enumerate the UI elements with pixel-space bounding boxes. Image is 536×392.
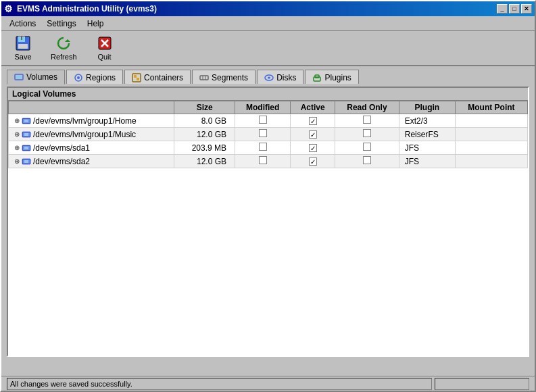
cell-size: 203.9 MB	[174, 141, 235, 155]
regions-tab-icon	[74, 73, 83, 82]
panel-title: Logical Volumes	[8, 88, 528, 101]
expand-icon[interactable]: ⊕	[14, 130, 20, 138]
volume-icon	[22, 130, 31, 139]
expand-icon[interactable]: ⊕	[14, 144, 20, 151]
cell-name: ⊕ /dev/evms/lvm/group1/Music	[9, 128, 174, 141]
tab-plugins-label: Plugins	[324, 73, 351, 82]
readonly-checkbox[interactable]	[363, 129, 371, 137]
modified-checkbox[interactable]	[259, 116, 267, 124]
cell-modified	[235, 141, 291, 155]
svg-rect-15	[200, 76, 208, 80]
svg-rect-9	[16, 76, 22, 78]
maximize-button[interactable]: □	[509, 4, 520, 14]
volumes-panel: Logical Volumes Size Modified Active Rea…	[7, 87, 529, 357]
volumes-tab-icon	[14, 72, 24, 82]
cell-plugin: ReiserFS	[399, 128, 455, 141]
save-icon	[15, 35, 31, 51]
disks-tab-icon	[264, 73, 274, 82]
readonly-checkbox[interactable]	[363, 143, 371, 151]
tab-disks-label: Disks	[276, 73, 296, 82]
col-mountpoint: Mount Point	[455, 101, 527, 114]
tab-containers-label: Containers	[144, 73, 183, 82]
volume-icon	[22, 116, 31, 126]
refresh-button[interactable]: Refresh	[45, 32, 83, 64]
tab-volumes[interactable]: Volumes	[7, 70, 65, 84]
readonly-checkbox[interactable]	[363, 156, 371, 164]
col-size: Size	[174, 101, 235, 114]
tab-regions[interactable]: Regions	[66, 70, 123, 84]
menu-help[interactable]: Help	[82, 18, 109, 30]
active-checkbox[interactable]	[309, 144, 317, 152]
cell-mountpoint	[455, 128, 527, 141]
cell-mountpoint	[455, 141, 527, 155]
modified-checkbox[interactable]	[259, 129, 267, 137]
row-name: /dev/evms/sda1	[33, 143, 90, 153]
tab-plugins[interactable]: Plugins	[305, 70, 358, 84]
cell-name: ⊕ /dev/evms/sda1	[9, 141, 174, 155]
tab-containers[interactable]: Containers	[124, 70, 191, 84]
cell-size: 12.0 GB	[174, 155, 235, 168]
cell-active	[291, 128, 335, 141]
save-button[interactable]: Save	[7, 32, 39, 64]
svg-rect-3	[21, 36, 22, 40]
table-row[interactable]: ⊕ /dev/evms/sda1 203.9 MBJFS	[9, 141, 528, 155]
expand-icon[interactable]: ⊕	[14, 117, 20, 124]
app-icon: ⚙	[4, 3, 13, 14]
tab-segments-label: Segments	[212, 73, 248, 82]
menu-settings[interactable]: Settings	[41, 18, 81, 30]
volume-icon	[22, 143, 31, 153]
cell-size: 8.0 GB	[174, 114, 235, 128]
active-checkbox[interactable]	[309, 117, 317, 125]
cell-name: ⊕ /dev/evms/sda2	[9, 155, 174, 168]
quit-label: Quit	[97, 53, 111, 61]
cell-readonly	[335, 155, 399, 168]
cell-mountpoint	[455, 114, 527, 128]
save-label: Save	[14, 53, 31, 61]
svg-rect-13	[134, 75, 137, 78]
menu-actions[interactable]: Actions	[4, 18, 41, 30]
tab-regions-label: Regions	[86, 73, 116, 82]
status-message: All changes were saved successfully.	[7, 378, 432, 390]
cell-readonly	[335, 114, 399, 128]
row-name: /dev/evms/lvm/group1/Home	[33, 116, 137, 126]
cell-active	[291, 155, 335, 168]
volumes-table: Size Modified Active Read Only Plugin Mo…	[8, 101, 528, 168]
svg-rect-14	[137, 78, 139, 80]
cell-active	[291, 141, 335, 155]
close-button[interactable]: ✕	[521, 4, 532, 14]
tab-volumes-label: Volumes	[26, 72, 57, 82]
cell-modified	[235, 128, 291, 141]
active-checkbox[interactable]	[309, 130, 317, 139]
table-row[interactable]: ⊕ /dev/evms/lvm/group1/Home 8.0 GBExt2/3	[9, 114, 528, 128]
title-bar: ⚙ EVMS Administration Utility (evms3) _ …	[1, 1, 535, 16]
row-name: /dev/evms/lvm/group1/Music	[33, 130, 136, 139]
readonly-checkbox[interactable]	[363, 116, 371, 124]
expand-icon[interactable]: ⊕	[14, 157, 20, 165]
svg-rect-23	[23, 119, 30, 123]
segments-tab-icon	[199, 73, 209, 82]
svg-point-11	[77, 76, 80, 79]
col-active: Active	[291, 101, 335, 114]
minimize-button[interactable]: _	[497, 4, 508, 14]
cell-plugin: JFS	[399, 155, 455, 168]
cell-active	[291, 114, 335, 128]
plugins-tab-icon	[312, 73, 322, 82]
table-row[interactable]: ⊕ /dev/evms/lvm/group1/Music 12.0 GBReis…	[9, 128, 528, 141]
cell-readonly	[335, 141, 399, 155]
modified-checkbox[interactable]	[259, 156, 267, 164]
quit-button[interactable]: Quit	[89, 32, 121, 64]
active-checkbox[interactable]	[309, 157, 317, 166]
svg-rect-31	[23, 146, 30, 150]
table-row[interactable]: ⊕ /dev/evms/sda2 12.0 GBJFS	[9, 155, 528, 168]
tab-disks[interactable]: Disks	[257, 70, 303, 84]
quit-icon	[97, 35, 113, 51]
status-text: All changes were saved successfully.	[10, 380, 132, 388]
toolbar: Save Refresh Quit	[1, 31, 535, 66]
tab-segments[interactable]: Segments	[192, 70, 255, 84]
main-area: Logical Volumes Size Modified Active Rea…	[1, 84, 535, 391]
window-controls: _ □ ✕	[497, 4, 532, 14]
row-name: /dev/evms/sda2	[33, 157, 90, 166]
status-right-panel	[435, 378, 529, 390]
modified-checkbox[interactable]	[259, 143, 267, 151]
svg-marker-4	[65, 39, 70, 42]
